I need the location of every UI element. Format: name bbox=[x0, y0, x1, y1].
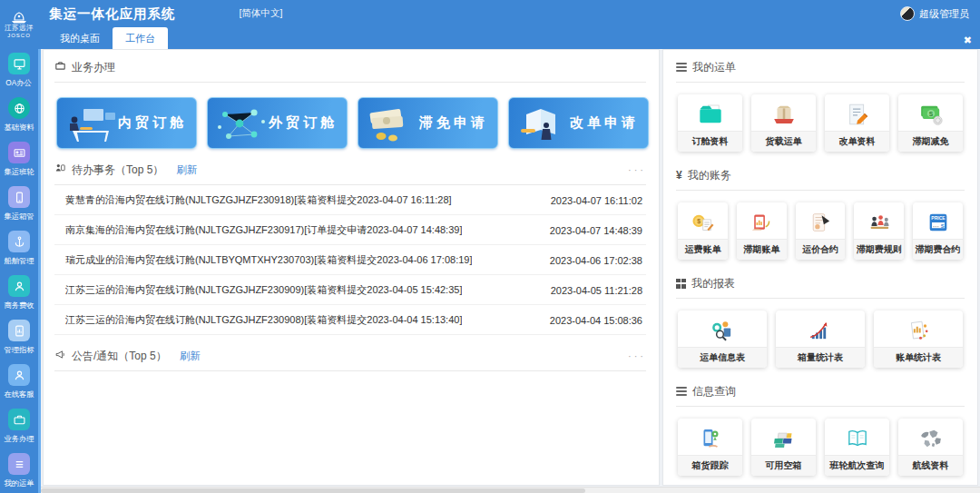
tile-freight-bill[interactable]: $ 运费账单 bbox=[678, 202, 728, 260]
coin-bill-icon: $ bbox=[678, 202, 728, 239]
todo-item-text: 江苏三运的沿海内贸在线订舱(NJLTGZGJHZF230908)[装箱资料提交2… bbox=[65, 313, 462, 327]
todo-item[interactable]: 江苏三运的沿海内贸在线订舱(NJLTGZGJHZF230909)[装箱资料提交2… bbox=[54, 275, 646, 305]
anchor-icon bbox=[8, 231, 30, 252]
card-label: 改单申请 bbox=[570, 114, 648, 132]
card-order-change[interactable]: 改单申请 bbox=[508, 97, 649, 149]
horizontal-scrollbar[interactable] bbox=[41, 487, 980, 493]
containers-icon bbox=[751, 419, 816, 455]
sidebar-item-online-service[interactable]: 在线客服 bbox=[0, 364, 38, 400]
tile-change-order-data[interactable]: 改单资料 bbox=[825, 94, 889, 152]
sidebar-item-kpi[interactable]: 管理指标 bbox=[0, 320, 38, 356]
company-logo[interactable]: 江苏远洋 JOSCO bbox=[5, 0, 34, 49]
sidebar-item-container-mgmt[interactable]: 集运箱管 bbox=[0, 186, 38, 222]
package-icon bbox=[751, 94, 816, 131]
logo-text: 江苏远洋 bbox=[5, 24, 34, 33]
sidebar-item-ship-mgmt[interactable]: 船舶管理 bbox=[0, 231, 38, 267]
svg-text:S: S bbox=[940, 222, 944, 228]
tile-cargo-waybill[interactable]: 货载运单 bbox=[751, 94, 816, 152]
todo-item-time: 2023-04-07 16:11:02 bbox=[551, 195, 642, 206]
edit-doc-icon bbox=[825, 94, 889, 131]
sidebar: 江苏远洋 JOSCO OA办公 基础资料 集运班轮 集运箱管 bbox=[0, 0, 38, 493]
tasks-icon bbox=[54, 163, 66, 177]
tile-demurrage-reduction[interactable]: S 滞期减免 bbox=[898, 94, 963, 152]
todo-item[interactable]: 南京集海的沿海内贸在线订舱(NJLTGZGJHZF230917)[订单提交申请2… bbox=[54, 215, 646, 245]
briefcase-icon bbox=[8, 409, 30, 430]
card-foreign-booking[interactable]: 外贸订舱 bbox=[207, 97, 348, 149]
sidebar-item-business-fees[interactable]: 商务费收 bbox=[0, 275, 38, 311]
section-title: 信息查询 bbox=[692, 384, 736, 399]
svg-text:S: S bbox=[928, 110, 933, 116]
todo-item-time: 2023-04-04 15:08:36 bbox=[550, 315, 642, 326]
yen-icon: ¥ bbox=[676, 169, 682, 182]
close-icon[interactable]: ✖ bbox=[964, 35, 972, 45]
tile-waybill-info-report[interactable]: 运单信息表 bbox=[678, 311, 767, 368]
tile-bill-statistics-report[interactable]: 账单统计表 bbox=[874, 311, 963, 368]
contract-icon bbox=[796, 202, 846, 239]
todo-item-text: 南京集海的沿海内贸在线订舱(NJLTGZGJHZF230917)[订单提交申请2… bbox=[65, 223, 462, 237]
todo-item[interactable]: 黄慧青的沿海内贸在线订舱(NJLTGZGJHZF230918)[装箱资料提交20… bbox=[54, 185, 646, 215]
sidebar-item-my-waybills[interactable]: 我的运单 bbox=[0, 453, 38, 489]
book-icon bbox=[825, 419, 889, 455]
list-lines-icon bbox=[676, 63, 687, 72]
sidebar-item-business-handle[interactable]: 业务办理 bbox=[0, 409, 38, 445]
tab-workbench[interactable]: 工作台 bbox=[113, 27, 168, 49]
tile-demurrage-bill[interactable]: 滞期账单 bbox=[737, 202, 787, 260]
todo-item-time: 2023-04-05 11:21:28 bbox=[551, 285, 642, 296]
chart-phone-icon bbox=[8, 320, 30, 341]
user-icon bbox=[8, 275, 30, 297]
notice-refresh-link[interactable]: 刷新 bbox=[180, 350, 201, 363]
todo-item[interactable]: 江苏三运的沿海内贸在线订舱(NJLTGZGJHZF230908)[装箱资料提交2… bbox=[54, 305, 646, 335]
avatar[interactable] bbox=[900, 6, 915, 21]
info-query-header: 信息查询 bbox=[676, 383, 965, 399]
list-icon bbox=[8, 453, 30, 475]
tile-label: 滞期费规则 bbox=[854, 239, 904, 260]
tab-my-desktop[interactable]: 我的桌面 bbox=[47, 27, 113, 49]
tile-route-data[interactable]: 航线资料 bbox=[898, 419, 963, 476]
scrollbar-thumb[interactable] bbox=[41, 488, 585, 493]
todo-refresh-link[interactable]: 刷新 bbox=[176, 163, 197, 177]
sidebar-item-label: 商务费收 bbox=[4, 301, 34, 311]
notice-section: 公告/通知（Top 5） 刷新 ··· bbox=[54, 348, 646, 371]
notice-more-menu[interactable]: ··· bbox=[628, 350, 646, 361]
my-waybills-header: 我的运单 bbox=[676, 59, 965, 75]
tile-demurrage-contract[interactable]: PRICES 滞期费合约 bbox=[913, 202, 963, 260]
todo-item[interactable]: 瑞元成业的沿海内贸在线订舱(NJLTBYQMTXHY230703)[装箱资料提交… bbox=[54, 245, 646, 275]
sidebar-item-label: 船舶管理 bbox=[4, 256, 34, 267]
tile-label: 航线资料 bbox=[898, 455, 963, 476]
world-map-icon bbox=[898, 419, 963, 455]
sidebar-item-liner[interactable]: 集运班轮 bbox=[0, 142, 38, 178]
tile-cargo-tracking[interactable]: 箱货跟踪 bbox=[678, 419, 742, 476]
tile-voyage-query[interactable]: 班轮航次查询 bbox=[825, 419, 889, 476]
desk-illustration bbox=[62, 102, 118, 145]
tile-label: 运单信息表 bbox=[678, 347, 767, 368]
people-icon bbox=[854, 202, 904, 239]
user-menu[interactable]: 超级管理员 bbox=[900, 6, 969, 21]
globe-icon bbox=[8, 97, 30, 119]
price-tag-icon: PRICES bbox=[913, 202, 963, 239]
todo-section: 待办事务（Top 5） 刷新 ··· 黄慧青的沿海内贸在线订舱(NJLTGZGJ… bbox=[54, 162, 646, 335]
tile-freight-contract[interactable]: 运价合约 bbox=[796, 202, 846, 260]
card-domestic-booking[interactable]: 内贸订舱 bbox=[56, 97, 197, 149]
tile-empty-containers[interactable]: 可用空箱 bbox=[751, 419, 816, 476]
tile-label: 运价合约 bbox=[796, 239, 846, 260]
tile-container-volume-report[interactable]: 箱量统计表 bbox=[776, 311, 865, 368]
sidebar-item-oa[interactable]: OA办公 bbox=[0, 53, 38, 89]
section-divider bbox=[54, 82, 646, 83]
card-demurrage-exemption[interactable]: 滞免申请 bbox=[358, 97, 498, 149]
todo-item-time: 2023-04-07 14:48:39 bbox=[550, 225, 642, 236]
card-label: 外贸订舱 bbox=[269, 114, 347, 132]
main-column: 集运一体化应用系统 [简体中文] 超级管理员 我的桌面 工作台 ✖ 业务办理 bbox=[38, 0, 980, 493]
my-reports-header: 我的报表 bbox=[676, 275, 965, 291]
todo-more-menu[interactable]: ··· bbox=[628, 164, 646, 175]
language-switcher[interactable]: [简体中文] bbox=[240, 7, 283, 20]
section-divider bbox=[676, 406, 965, 407]
sidebar-item-basic-data[interactable]: 基础资料 bbox=[0, 97, 38, 133]
tile-label: 订舱资料 bbox=[678, 131, 742, 152]
service-icon bbox=[8, 364, 30, 386]
tile-booking-data[interactable]: 订舱资料 bbox=[678, 94, 742, 152]
id-card-icon bbox=[8, 142, 30, 163]
tile-label: 货载运单 bbox=[751, 131, 816, 152]
tile-demurrage-rules[interactable]: 滞期费规则 bbox=[854, 202, 904, 260]
right-panel: 我的运单 订舱资料 货载运单 改单资料 bbox=[662, 49, 978, 486]
my-waybills-tiles: 订舱资料 货载运单 改单资料 S 滞期减免 bbox=[678, 94, 963, 152]
